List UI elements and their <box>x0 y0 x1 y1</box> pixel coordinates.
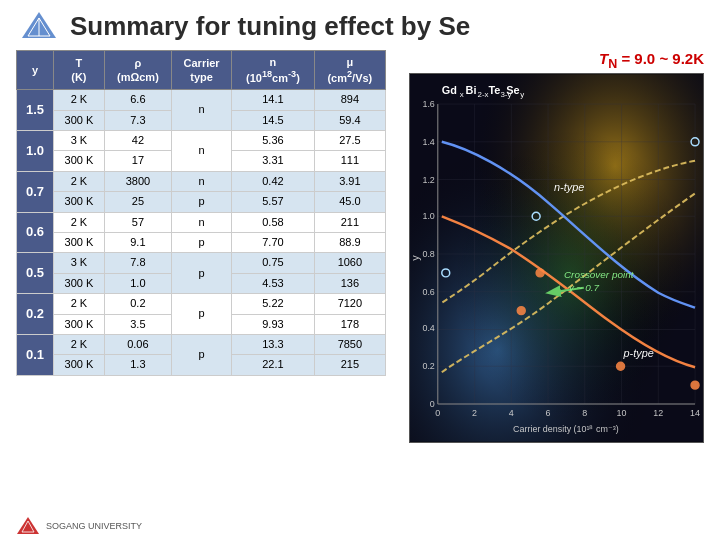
mu-cell: 1060 <box>314 253 385 273</box>
col-mu: μ(cm2/Vs) <box>314 51 385 90</box>
svg-text:14: 14 <box>690 408 700 418</box>
type-cell: n <box>172 90 232 131</box>
type-cell: p <box>172 232 232 252</box>
table-row: 300 K 9.1 p 7.70 88.9 <box>17 232 386 252</box>
y-value: 0.5 <box>17 253 54 294</box>
n-cell: 22.1 <box>232 355 315 375</box>
svg-text:2: 2 <box>472 408 477 418</box>
rho-cell: 0.2 <box>104 294 171 314</box>
logo-icon <box>20 10 58 42</box>
data-table-section: y T(K) ρ(mΩcm) Carriertype n(1018cm-3) μ… <box>16 50 386 443</box>
svg-text:0: 0 <box>435 408 440 418</box>
data-table: y T(K) ρ(mΩcm) Carriertype n(1018cm-3) μ… <box>16 50 386 376</box>
table-row: 0.6 2 K 57 n 0.58 211 <box>17 212 386 232</box>
col-carrier: Carriertype <box>172 51 232 90</box>
university-logo-icon <box>16 516 40 536</box>
temp-cell: 300 K <box>54 110 105 130</box>
svg-marker-66 <box>17 517 39 534</box>
y-value: 0.6 <box>17 212 54 253</box>
svg-text:Bi: Bi <box>466 84 477 96</box>
svg-point-50 <box>536 269 544 277</box>
n-cell: 5.36 <box>232 131 315 151</box>
mu-cell: 45.0 <box>314 192 385 212</box>
svg-text:0.6: 0.6 <box>422 287 434 297</box>
svg-point-53 <box>691 381 699 389</box>
svg-text:4: 4 <box>509 408 514 418</box>
y-value: 0.1 <box>17 334 54 375</box>
type-cell: p <box>172 253 232 294</box>
svg-text:8: 8 <box>582 408 587 418</box>
main-content: y T(K) ρ(mΩcm) Carriertype n(1018cm-3) μ… <box>0 48 720 447</box>
svg-text:0.2: 0.2 <box>422 361 434 371</box>
chart-section: TN = 9.0 ~ 9.2K <box>396 50 704 443</box>
rho-cell: 25 <box>104 192 171 212</box>
mu-cell: 88.9 <box>314 232 385 252</box>
svg-rect-6 <box>410 74 703 441</box>
table-row: 1.5 2 K 6.6 n 14.1 894 <box>17 90 386 110</box>
col-n: n(1018cm-3) <box>232 51 315 90</box>
mu-cell: 136 <box>314 273 385 293</box>
col-T: T(K) <box>54 51 105 90</box>
chart-container: 0 2 4 6 8 10 12 14 0 0.2 0.4 0.6 <box>409 73 704 443</box>
col-y: y <box>17 51 54 90</box>
svg-text:Carrier density (10¹⁸ cm⁻³): Carrier density (10¹⁸ cm⁻³) <box>513 424 619 434</box>
slide: Summary for tuning effect by Se y T(K) ρ… <box>0 0 720 540</box>
temp-cell: 300 K <box>54 314 105 334</box>
svg-text:10: 10 <box>617 408 627 418</box>
temp-cell: 3 K <box>54 131 105 151</box>
header: Summary for tuning effect by Se <box>0 0 720 48</box>
mu-cell: 215 <box>314 355 385 375</box>
tn-label: TN = 9.0 ~ 9.2K <box>599 50 704 71</box>
type-cell: p <box>172 192 232 212</box>
svg-text:12: 12 <box>653 408 663 418</box>
svg-text:y: y <box>410 255 421 261</box>
svg-text:x: x <box>460 90 464 99</box>
y-value: 1.5 <box>17 90 54 131</box>
type-cell: n <box>172 171 232 191</box>
temp-cell: 2 K <box>54 334 105 354</box>
y-value: 1.0 <box>17 131 54 172</box>
rho-cell: 7.8 <box>104 253 171 273</box>
svg-text:6: 6 <box>546 408 551 418</box>
y-value: 0.2 <box>17 294 54 335</box>
svg-point-51 <box>517 307 525 315</box>
svg-text:Gd: Gd <box>442 84 457 96</box>
svg-text:0.8: 0.8 <box>422 249 434 259</box>
svg-text:0.4: 0.4 <box>422 323 434 333</box>
temp-cell: 2 K <box>54 294 105 314</box>
type-cell: p <box>172 334 232 375</box>
svg-point-52 <box>617 362 625 370</box>
mu-cell: 3.91 <box>314 171 385 191</box>
n-cell: 7.70 <box>232 232 315 252</box>
rho-cell: 57 <box>104 212 171 232</box>
type-cell: n <box>172 212 232 232</box>
type-cell: n <box>172 131 232 172</box>
rho-cell: 1.0 <box>104 273 171 293</box>
type-cell: p <box>172 294 232 335</box>
svg-text:1.2: 1.2 <box>422 175 434 185</box>
mu-cell: 111 <box>314 151 385 171</box>
temp-cell: 2 K <box>54 171 105 191</box>
svg-text:1.0: 1.0 <box>422 211 434 221</box>
n-cell: 9.93 <box>232 314 315 334</box>
svg-text:2-x: 2-x <box>478 90 489 99</box>
rho-cell: 9.1 <box>104 232 171 252</box>
page-title: Summary for tuning effect by Se <box>70 11 470 42</box>
svg-text:0: 0 <box>430 399 435 409</box>
mu-cell: 178 <box>314 314 385 334</box>
temp-cell: 3 K <box>54 253 105 273</box>
rho-cell: 6.6 <box>104 90 171 110</box>
n-cell: 13.3 <box>232 334 315 354</box>
n-cell: 0.58 <box>232 212 315 232</box>
table-row: 0.5 3 K 7.8 p 0.75 1060 <box>17 253 386 273</box>
temp-cell: 2 K <box>54 90 105 110</box>
mu-cell: 211 <box>314 212 385 232</box>
rho-cell: 3800 <box>104 171 171 191</box>
rho-cell: 17 <box>104 151 171 171</box>
chart-svg: 0 2 4 6 8 10 12 14 0 0.2 0.4 0.6 <box>410 74 703 442</box>
footer: SOGANG UNIVERSITY <box>16 516 142 536</box>
rho-cell: 3.5 <box>104 314 171 334</box>
n-cell: 14.1 <box>232 90 315 110</box>
mu-cell: 27.5 <box>314 131 385 151</box>
n-cell: 5.57 <box>232 192 315 212</box>
